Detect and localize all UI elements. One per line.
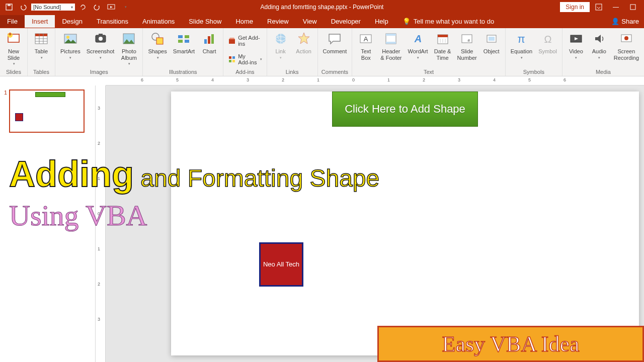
tab-transitions[interactable]: Transitions xyxy=(90,15,135,28)
undo-icon[interactable] xyxy=(17,1,29,13)
link-label: Link xyxy=(276,48,286,55)
svg-rect-22 xyxy=(156,38,163,44)
svg-rect-28 xyxy=(208,36,210,44)
svg-rect-1 xyxy=(8,4,11,6)
screen-recording-button[interactable]: Screen Recording xyxy=(612,29,641,62)
svg-rect-27 xyxy=(204,39,207,44)
tab-view[interactable]: View xyxy=(296,15,324,28)
minimize-icon[interactable]: — xyxy=(608,1,624,13)
screenshot-label: Screenshot xyxy=(87,48,115,55)
workspace: 1 32 10 12 3 Click Here to Add Shape Neo… xyxy=(0,85,644,362)
thumbnail-1[interactable]: 1 xyxy=(4,89,91,133)
table-label: Table xyxy=(35,48,48,55)
get-addins-button[interactable]: Get Add-ins xyxy=(226,34,263,47)
photo-album-label: Photo Album xyxy=(121,48,137,61)
sound-label: [No Sound] xyxy=(33,4,61,10)
group-images: Pictures Screenshot Photo Album Images xyxy=(55,28,143,76)
slideshow-icon[interactable] xyxy=(105,1,117,13)
chart-button[interactable]: Chart xyxy=(199,29,220,56)
table-icon xyxy=(33,30,50,47)
thumb-red-shape xyxy=(15,113,23,121)
equation-button[interactable]: π Equation xyxy=(509,29,534,61)
svg-rect-51 xyxy=(489,37,495,41)
audio-button[interactable]: Audio xyxy=(589,29,610,61)
share-icon: 👤 xyxy=(611,18,619,25)
tab-review[interactable]: Review xyxy=(260,15,296,28)
group-text: A Text Box Header & Footer A WordArt Dat… xyxy=(352,28,505,76)
comment-button[interactable]: Comment xyxy=(321,29,349,56)
sound-selector[interactable]: [No Sound] xyxy=(31,4,75,11)
audio-icon xyxy=(591,30,608,47)
tab-file[interactable]: File xyxy=(0,15,25,28)
get-addins-label: Get Add-ins xyxy=(238,35,262,47)
redo-icon[interactable] xyxy=(91,1,103,13)
ribbon-options-icon[interactable] xyxy=(591,1,607,13)
link-button[interactable]: Link xyxy=(270,29,291,61)
action-button[interactable]: Action xyxy=(293,29,314,56)
screenshot-button[interactable]: Screenshot xyxy=(85,29,117,61)
group-comments: Comment Comments xyxy=(318,28,353,76)
slide-canvas-area[interactable]: Click Here to Add Shape Neo All Tech xyxy=(106,85,644,362)
svg-text:A: A xyxy=(364,35,368,43)
svg-rect-44 xyxy=(438,35,448,37)
slide[interactable]: Click Here to Add Shape Neo All Tech xyxy=(171,92,639,355)
tab-home[interactable]: Home xyxy=(228,15,260,28)
svg-rect-48 xyxy=(462,35,472,43)
new-slide-button[interactable]: New Slide xyxy=(3,29,24,67)
chart-label: Chart xyxy=(203,48,216,55)
screen-recording-icon xyxy=(618,30,635,47)
header-footer-icon xyxy=(382,30,399,47)
svg-rect-4 xyxy=(630,5,635,10)
vertical-ruler: 32 10 12 3 xyxy=(96,85,106,362)
tab-design[interactable]: Design xyxy=(55,15,89,28)
header-footer-button[interactable]: Header & Footer xyxy=(378,29,404,62)
datetime-icon xyxy=(434,30,451,47)
svg-rect-29 xyxy=(211,34,214,44)
tab-developer[interactable]: Developer xyxy=(324,15,368,28)
svg-rect-33 xyxy=(229,60,231,62)
repeat-icon[interactable] xyxy=(77,1,89,13)
photo-album-button[interactable]: Photo Album xyxy=(118,29,139,67)
qat-more-icon[interactable] xyxy=(119,1,131,13)
video-button[interactable]: Video xyxy=(566,29,587,61)
svg-rect-24 xyxy=(185,35,189,38)
save-icon[interactable] xyxy=(3,1,15,13)
tab-help[interactable]: Help xyxy=(368,15,395,28)
my-addins-button[interactable]: My Add-ins xyxy=(226,53,263,66)
table-button[interactable]: Table xyxy=(31,29,52,61)
wordart-button[interactable]: A WordArt xyxy=(406,29,430,61)
shapes-button[interactable]: Shapes xyxy=(146,29,169,61)
datetime-button[interactable]: Date & Time xyxy=(432,29,453,62)
new-slide-icon xyxy=(5,30,22,47)
video-icon xyxy=(568,30,585,47)
red-square-shape[interactable]: Neo All Tech xyxy=(259,242,303,287)
tab-slideshow[interactable]: Slide Show xyxy=(182,15,228,28)
slidenum-button[interactable]: # Slide Number xyxy=(455,29,479,62)
slide-thumbnails-panel[interactable]: 1 xyxy=(0,85,96,362)
svg-text:π: π xyxy=(518,33,525,45)
window-controls: Sign in — xyxy=(560,1,641,13)
tell-me-search[interactable]: 💡 Tell me what you want to do xyxy=(403,18,494,25)
object-button[interactable]: Object xyxy=(481,29,502,56)
textbox-button[interactable]: A Text Box xyxy=(355,29,376,62)
pictures-button[interactable]: Pictures xyxy=(58,29,83,61)
symbol-button[interactable]: Ω Symbol xyxy=(536,29,559,56)
svg-text:Ω: Ω xyxy=(544,34,551,45)
sign-in-button[interactable]: Sign in xyxy=(560,2,590,12)
smartart-button[interactable]: SmartArt xyxy=(171,29,197,56)
svg-rect-32 xyxy=(232,56,235,59)
tab-insert[interactable]: Insert xyxy=(25,15,55,28)
share-button[interactable]: 👤 Share xyxy=(606,18,644,25)
maximize-icon[interactable] xyxy=(625,1,641,13)
store-icon xyxy=(228,37,236,45)
add-shape-button[interactable]: Click Here to Add Shape xyxy=(332,92,478,127)
tab-animations[interactable]: Animations xyxy=(135,15,182,28)
svg-rect-31 xyxy=(229,56,231,59)
svg-rect-40 xyxy=(386,34,396,36)
group-images-label: Images xyxy=(58,69,139,76)
lightbulb-icon: 💡 xyxy=(403,18,411,25)
thumb-green-shape xyxy=(35,92,65,97)
audio-label: Audio xyxy=(592,48,606,55)
screenshot-icon xyxy=(92,30,109,47)
group-media: Video Audio Screen Recording Media xyxy=(562,28,644,76)
